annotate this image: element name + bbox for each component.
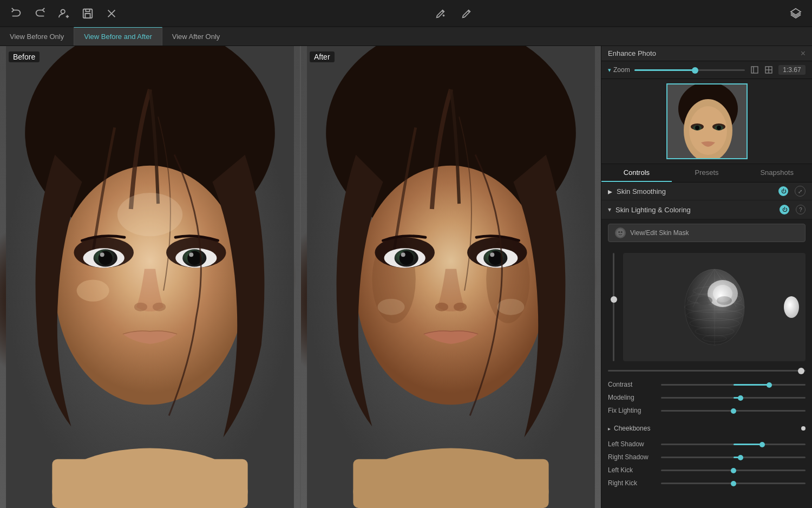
tab-before-only[interactable]: View Before Only	[0, 27, 74, 45]
view-tabs: View Before Only View Before and After V…	[0, 27, 812, 46]
face-3d-widget[interactable]	[623, 253, 806, 361]
pen-icon[interactable]	[459, 6, 474, 21]
zoom-fit-icon[interactable]	[749, 64, 760, 75]
svg-point-57	[695, 126, 699, 130]
skin-lighting-title: Skin Lighting & Coloring	[615, 206, 775, 214]
modeling-slider-row: Modeling	[608, 391, 806, 404]
svg-point-76	[685, 269, 744, 345]
skin-smoothing-expand[interactable]: ⤢	[795, 186, 806, 197]
svg-point-44	[497, 299, 524, 315]
svg-point-41	[435, 303, 448, 311]
add-person-button[interactable]	[56, 6, 71, 21]
svg-point-62	[621, 231, 623, 233]
after-label: After	[310, 51, 335, 62]
contrast-thumb	[767, 382, 772, 388]
right-kick-slider[interactable]	[661, 483, 806, 484]
skin-lighting-power[interactable]: ⏻	[780, 205, 789, 214]
fix-lighting-thumb	[731, 408, 736, 414]
zoom-label: ▾ Zoom	[608, 66, 630, 74]
svg-point-53	[689, 106, 727, 155]
skin-smoothing-title: Skin Smoothing	[617, 187, 774, 196]
skin-mask-label: View/Edit Skin Mask	[630, 229, 689, 237]
horizontal-light-slider[interactable]	[601, 368, 812, 376]
left-kick-thumb	[731, 468, 736, 473]
undo-button[interactable]	[9, 6, 24, 21]
fix-lighting-slider-row: Fix Lighting	[608, 404, 806, 417]
tab-presets[interactable]: Presets	[672, 164, 742, 182]
main-sliders: Contrast Modeling Fix Lighting	[601, 376, 812, 421]
skin-mask-button[interactable]: View/Edit Skin Mask	[608, 224, 806, 242]
left-kick-slider-row: Left Kick	[608, 464, 806, 477]
thumbnail[interactable]	[666, 83, 748, 159]
skin-smoothing-power[interactable]: ⏻	[778, 186, 788, 196]
svg-point-22	[117, 193, 182, 236]
contrast-slider-row: Contrast	[608, 378, 806, 391]
cheekbones-chevron: ▸	[608, 426, 611, 432]
cheekbones-section-header[interactable]: ▸ Cheekbones	[601, 421, 812, 435]
zoom-row: ▾ Zoom	[601, 61, 812, 79]
svg-point-36	[401, 252, 405, 257]
lighting-widget	[601, 246, 812, 368]
zoom-1-1-icon[interactable]	[763, 64, 774, 75]
before-label: Before	[9, 51, 40, 62]
save-button[interactable]	[80, 6, 95, 21]
contrast-slider[interactable]	[661, 384, 806, 386]
panel-header: Enhance Photo ×	[601, 46, 812, 61]
svg-point-42	[454, 303, 467, 311]
fix-lighting-label: Fix Lighting	[608, 407, 657, 414]
controls-area: ▸ Skin Smoothing ⏻ ⤢ ▾ Skin Lighting & C…	[601, 183, 812, 508]
svg-point-14	[99, 251, 113, 265]
before-image[interactable]	[0, 46, 300, 508]
right-kick-slider-row: Right Kick	[608, 477, 806, 490]
tab-controls[interactable]: Controls	[601, 164, 672, 182]
panel-title: Enhance Photo	[608, 49, 656, 57]
zoom-icon-group	[749, 64, 774, 75]
redo-button[interactable]	[32, 6, 48, 21]
skin-lighting-section-header[interactable]: ▾ Skin Lighting & Coloring ⏻ ?	[601, 200, 812, 219]
canvas-area: Before	[0, 46, 601, 508]
panel-tabs: Controls Presets Snapshots	[601, 164, 812, 183]
canvas-panels: Before	[0, 46, 601, 508]
cheekbones-title: Cheekbones	[614, 425, 798, 432]
left-shadow-slider[interactable]	[661, 444, 806, 445]
skin-smoothing-chevron[interactable]: ▸	[608, 186, 612, 197]
pen-add-icon[interactable]	[433, 6, 448, 21]
svg-point-61	[618, 231, 620, 233]
left-kick-slider[interactable]	[661, 470, 806, 471]
after-panel: After	[300, 46, 601, 508]
after-image[interactable]	[301, 46, 601, 508]
tab-after-only[interactable]: View After Only	[162, 27, 230, 45]
svg-rect-27	[353, 459, 548, 508]
right-shadow-slider[interactable]	[661, 457, 806, 458]
fix-lighting-slider[interactable]	[661, 410, 806, 412]
layers-icon[interactable]	[788, 6, 803, 21]
vertical-slider[interactable]	[608, 253, 619, 361]
svg-rect-45	[751, 67, 758, 73]
right-kick-thumb	[731, 481, 736, 486]
before-panel: Before	[0, 46, 300, 508]
skin-smoothing-section: ▸ Skin Smoothing ⏻ ⤢	[601, 183, 812, 200]
svg-point-43	[378, 299, 405, 315]
right-shadow-label: Right Shadow	[608, 453, 657, 461]
svg-point-19	[189, 252, 193, 257]
svg-point-0	[61, 9, 65, 13]
close-button[interactable]	[104, 6, 119, 21]
left-kick-label: Left Kick	[608, 466, 657, 474]
panel-close-button[interactable]: ×	[801, 49, 806, 58]
v-slider-track	[613, 253, 614, 361]
thumbnail-area	[601, 79, 812, 164]
tab-snapshots[interactable]: Snapshots	[742, 164, 812, 182]
svg-point-35	[400, 251, 414, 265]
right-kick-label: Right Kick	[608, 479, 657, 487]
modeling-slider[interactable]	[661, 397, 806, 399]
zoom-slider[interactable]	[634, 69, 745, 71]
right-shadow-slider-row: Right Shadow	[608, 451, 806, 464]
svg-point-39	[488, 251, 502, 265]
tab-before-after[interactable]: View Before and After	[74, 27, 162, 45]
svg-rect-8	[52, 459, 247, 508]
svg-point-23	[77, 280, 109, 302]
toolbar	[0, 0, 812, 27]
skin-lighting-help[interactable]: ?	[796, 205, 806, 214]
main-area: Before	[0, 46, 812, 508]
svg-point-60	[617, 229, 625, 237]
